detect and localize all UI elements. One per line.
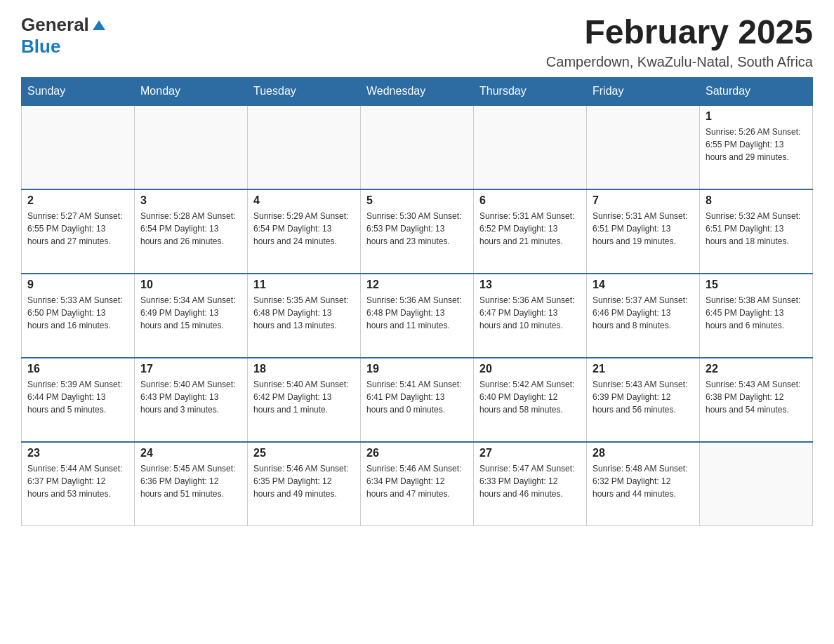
day-number: 20 <box>479 363 581 375</box>
table-row: 25Sunrise: 5:46 AM Sunset: 6:35 PM Dayli… <box>248 442 361 526</box>
day-info: Sunrise: 5:31 AM Sunset: 6:51 PM Dayligh… <box>593 210 694 248</box>
day-info: Sunrise: 5:36 AM Sunset: 6:48 PM Dayligh… <box>366 294 468 332</box>
table-row: 17Sunrise: 5:40 AM Sunset: 6:43 PM Dayli… <box>135 358 248 442</box>
col-sunday: Sunday <box>22 77 135 105</box>
day-info: Sunrise: 5:37 AM Sunset: 6:46 PM Dayligh… <box>593 294 694 332</box>
day-info: Sunrise: 5:40 AM Sunset: 6:43 PM Dayligh… <box>140 378 241 416</box>
location-subtitle: Camperdown, KwaZulu-Natal, South Africa <box>546 54 813 70</box>
table-row <box>587 105 700 189</box>
calendar-week-row: 23Sunrise: 5:44 AM Sunset: 6:37 PM Dayli… <box>22 442 813 526</box>
day-number: 13 <box>479 279 581 291</box>
table-row: 27Sunrise: 5:47 AM Sunset: 6:33 PM Dayli… <box>474 442 587 526</box>
table-row: 2Sunrise: 5:27 AM Sunset: 6:55 PM Daylig… <box>22 189 135 274</box>
day-number: 8 <box>706 194 807 207</box>
day-number: 19 <box>366 363 468 375</box>
day-number: 10 <box>140 279 241 291</box>
table-row: 20Sunrise: 5:42 AM Sunset: 6:40 PM Dayli… <box>474 358 587 442</box>
day-number: 15 <box>706 279 807 291</box>
table-row: 7Sunrise: 5:31 AM Sunset: 6:51 PM Daylig… <box>587 189 700 274</box>
calendar-week-row: 1Sunrise: 5:26 AM Sunset: 6:55 PM Daylig… <box>22 105 813 189</box>
table-row: 18Sunrise: 5:40 AM Sunset: 6:42 PM Dayli… <box>248 358 361 442</box>
logo-general: General <box>21 14 89 36</box>
day-number: 2 <box>27 194 128 207</box>
table-row <box>474 105 587 189</box>
table-row: 5Sunrise: 5:30 AM Sunset: 6:53 PM Daylig… <box>361 189 474 274</box>
page-header: General Blue February 2025 Camperdown, K… <box>21 14 813 70</box>
title-block: February 2025 Camperdown, KwaZulu-Natal,… <box>546 14 813 70</box>
col-tuesday: Tuesday <box>248 77 361 105</box>
table-row: 13Sunrise: 5:36 AM Sunset: 6:47 PM Dayli… <box>474 274 587 358</box>
logo-triangle-icon <box>91 19 107 32</box>
table-row <box>22 105 135 189</box>
day-info: Sunrise: 5:46 AM Sunset: 6:35 PM Dayligh… <box>253 462 355 500</box>
table-row: 8Sunrise: 5:32 AM Sunset: 6:51 PM Daylig… <box>700 189 813 274</box>
day-number: 6 <box>479 194 581 207</box>
table-row <box>361 105 474 189</box>
table-row: 24Sunrise: 5:45 AM Sunset: 6:36 PM Dayli… <box>135 442 248 526</box>
table-row <box>135 105 248 189</box>
col-saturday: Saturday <box>700 77 813 105</box>
calendar-week-row: 16Sunrise: 5:39 AM Sunset: 6:44 PM Dayli… <box>22 358 813 442</box>
day-info: Sunrise: 5:40 AM Sunset: 6:42 PM Dayligh… <box>253 378 355 416</box>
calendar-week-row: 9Sunrise: 5:33 AM Sunset: 6:50 PM Daylig… <box>22 274 813 358</box>
day-number: 28 <box>593 447 694 459</box>
day-info: Sunrise: 5:27 AM Sunset: 6:55 PM Dayligh… <box>27 210 128 248</box>
day-info: Sunrise: 5:35 AM Sunset: 6:48 PM Dayligh… <box>253 294 355 332</box>
logo-blue: Blue <box>21 36 60 57</box>
table-row: 6Sunrise: 5:31 AM Sunset: 6:52 PM Daylig… <box>474 189 587 274</box>
day-number: 26 <box>366 447 468 459</box>
day-number: 1 <box>706 110 807 123</box>
table-row: 23Sunrise: 5:44 AM Sunset: 6:37 PM Dayli… <box>22 442 135 526</box>
svg-marker-0 <box>93 20 105 30</box>
table-row: 12Sunrise: 5:36 AM Sunset: 6:48 PM Dayli… <box>361 274 474 358</box>
day-number: 17 <box>140 363 241 375</box>
table-row: 19Sunrise: 5:41 AM Sunset: 6:41 PM Dayli… <box>361 358 474 442</box>
table-row: 28Sunrise: 5:48 AM Sunset: 6:32 PM Dayli… <box>587 442 700 526</box>
day-number: 7 <box>593 194 694 207</box>
table-row: 21Sunrise: 5:43 AM Sunset: 6:39 PM Dayli… <box>587 358 700 442</box>
day-info: Sunrise: 5:48 AM Sunset: 6:32 PM Dayligh… <box>593 462 694 500</box>
day-number: 16 <box>27 363 128 375</box>
day-number: 23 <box>27 447 128 459</box>
table-row: 4Sunrise: 5:29 AM Sunset: 6:54 PM Daylig… <box>248 189 361 274</box>
table-row: 10Sunrise: 5:34 AM Sunset: 6:49 PM Dayli… <box>135 274 248 358</box>
table-row: 15Sunrise: 5:38 AM Sunset: 6:45 PM Dayli… <box>700 274 813 358</box>
table-row: 1Sunrise: 5:26 AM Sunset: 6:55 PM Daylig… <box>700 105 813 189</box>
table-row <box>700 442 813 526</box>
col-thursday: Thursday <box>474 77 587 105</box>
day-info: Sunrise: 5:45 AM Sunset: 6:36 PM Dayligh… <box>140 462 241 500</box>
day-info: Sunrise: 5:41 AM Sunset: 6:41 PM Dayligh… <box>366 378 468 416</box>
day-number: 27 <box>479 447 581 459</box>
day-number: 4 <box>253 194 355 207</box>
day-number: 11 <box>253 279 355 291</box>
day-number: 12 <box>366 279 468 291</box>
table-row: 11Sunrise: 5:35 AM Sunset: 6:48 PM Dayli… <box>248 274 361 358</box>
calendar-week-row: 2Sunrise: 5:27 AM Sunset: 6:55 PM Daylig… <box>22 189 813 274</box>
day-number: 25 <box>253 447 355 459</box>
calendar-table: Sunday Monday Tuesday Wednesday Thursday… <box>21 77 813 527</box>
table-row: 14Sunrise: 5:37 AM Sunset: 6:46 PM Dayli… <box>587 274 700 358</box>
table-row <box>248 105 361 189</box>
table-row: 3Sunrise: 5:28 AM Sunset: 6:54 PM Daylig… <box>135 189 248 274</box>
day-info: Sunrise: 5:42 AM Sunset: 6:40 PM Dayligh… <box>479 378 581 416</box>
day-number: 21 <box>593 363 694 375</box>
day-info: Sunrise: 5:43 AM Sunset: 6:39 PM Dayligh… <box>593 378 694 416</box>
day-info: Sunrise: 5:31 AM Sunset: 6:52 PM Dayligh… <box>479 210 581 248</box>
day-info: Sunrise: 5:34 AM Sunset: 6:49 PM Dayligh… <box>140 294 241 332</box>
day-number: 9 <box>27 279 128 291</box>
day-info: Sunrise: 5:43 AM Sunset: 6:38 PM Dayligh… <box>706 378 807 416</box>
day-info: Sunrise: 5:39 AM Sunset: 6:44 PM Dayligh… <box>27 378 128 416</box>
logo: General Blue <box>21 14 107 58</box>
day-info: Sunrise: 5:33 AM Sunset: 6:50 PM Dayligh… <box>27 294 128 332</box>
day-number: 5 <box>366 194 468 207</box>
day-info: Sunrise: 5:28 AM Sunset: 6:54 PM Dayligh… <box>140 210 241 248</box>
month-title: February 2025 <box>546 14 813 51</box>
day-info: Sunrise: 5:26 AM Sunset: 6:55 PM Dayligh… <box>706 126 807 163</box>
day-info: Sunrise: 5:46 AM Sunset: 6:34 PM Dayligh… <box>366 462 468 500</box>
table-row: 16Sunrise: 5:39 AM Sunset: 6:44 PM Dayli… <box>22 358 135 442</box>
table-row: 22Sunrise: 5:43 AM Sunset: 6:38 PM Dayli… <box>700 358 813 442</box>
table-row: 9Sunrise: 5:33 AM Sunset: 6:50 PM Daylig… <box>22 274 135 358</box>
day-info: Sunrise: 5:29 AM Sunset: 6:54 PM Dayligh… <box>253 210 355 248</box>
day-number: 22 <box>706 363 807 375</box>
day-number: 3 <box>140 194 241 207</box>
